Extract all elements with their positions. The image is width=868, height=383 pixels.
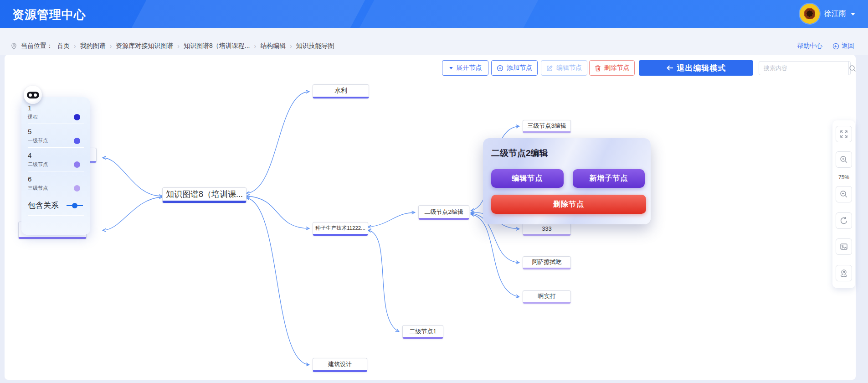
breadcrumb-item-skill-map[interactable]: 知识技能导图 xyxy=(296,42,334,50)
breadcrumb-separator: › xyxy=(110,42,112,50)
export-image-button[interactable] xyxy=(836,238,852,255)
popup-title: 二级节点2编辑 xyxy=(491,147,645,159)
zoom-in-icon xyxy=(840,155,848,164)
delete-node-button[interactable]: 删除节点 xyxy=(589,60,635,76)
add-node-label: 添加节点 xyxy=(507,64,532,72)
breadcrumb-actions: 帮助中心 返回 xyxy=(797,42,854,50)
legend-label: 二级节点 xyxy=(28,161,48,168)
mindmap-node-zhongzi[interactable]: 种子生产技术11222... xyxy=(313,222,368,236)
caret-down-icon xyxy=(449,66,453,70)
zoom-in-button[interactable] xyxy=(836,151,852,168)
avatar[interactable] xyxy=(800,4,820,24)
mindmap-node-level2-1[interactable]: 二级节点1 xyxy=(402,325,443,339)
circle-plus-icon xyxy=(497,65,503,72)
breadcrumb-separator: › xyxy=(254,42,256,50)
breadcrumb-prefix: 当前位置： xyxy=(21,42,53,50)
canvas-controls-panel: 75% xyxy=(832,120,855,288)
search-button[interactable] xyxy=(848,62,856,75)
breadcrumb-bar: 当前位置： 首页 › 我的图谱 › 资源库对接知识图谱 › 知识图谱8（培训课程… xyxy=(0,28,868,55)
add-node-button[interactable]: 添加节点 xyxy=(491,60,538,76)
popup-delete-node-button[interactable]: 删除节点 xyxy=(491,195,646,214)
exit-edit-mode-label: 退出编辑模式 xyxy=(677,63,726,73)
image-icon xyxy=(840,243,848,251)
mindmap-node-333[interactable]: 333 xyxy=(523,223,571,236)
mindmap-node-asa[interactable]: 阿萨擦拭吃 xyxy=(523,256,571,269)
app-header: 资源管理中心 徐江雨 xyxy=(0,0,868,28)
breadcrumb-separator: › xyxy=(177,42,180,50)
locate-button[interactable] xyxy=(836,265,852,281)
fullscreen-button[interactable] xyxy=(836,126,852,142)
legend-relation-row: 包含关系 xyxy=(28,200,84,216)
refresh-icon xyxy=(840,217,848,225)
breadcrumb-item-structure-edit[interactable]: 结构编辑 xyxy=(260,42,286,50)
legend-count: 5 xyxy=(28,127,84,136)
legend-dot xyxy=(74,138,80,144)
legend-panel: 1 课程 5 一级节点 4 二级节点 6 三级节点 xyxy=(21,97,90,235)
breadcrumb: 当前位置： 首页 › 我的图谱 › 资源库对接知识图谱 › 知识图谱8（培训课程… xyxy=(11,42,334,50)
zoom-out-icon xyxy=(840,190,848,198)
delete-node-label: 删除节点 xyxy=(604,64,630,72)
legend-count: 4 xyxy=(28,151,84,160)
legend-label: 一级节点 xyxy=(28,137,48,144)
edit-node-label: 编辑节点 xyxy=(556,64,582,72)
search-icon xyxy=(849,65,856,72)
mindmap-node-level2-2[interactable]: 二级节点2编辑 xyxy=(418,205,469,220)
breadcrumb-item-my-graphs[interactable]: 我的图谱 xyxy=(80,42,106,50)
breadcrumb-item-graph8[interactable]: 知识图谱8（培训课程... xyxy=(184,42,250,50)
reset-view-button[interactable] xyxy=(836,212,852,229)
breadcrumb-separator: › xyxy=(74,42,76,50)
breadcrumb-separator: › xyxy=(290,42,292,50)
location-icon xyxy=(11,43,17,50)
legend-row-level3: 6 三级节点 xyxy=(28,175,84,195)
mindmap-node-ashida[interactable]: 啊实打 xyxy=(523,290,571,304)
breadcrumb-item-repo[interactable]: 资源库对接知识图谱 xyxy=(116,42,173,50)
location-pin-icon xyxy=(840,269,848,277)
legend-row-level1: 5 一级节点 xyxy=(28,127,84,148)
app-title: 资源管理中心 xyxy=(12,7,86,23)
legend-count: 6 xyxy=(28,175,84,183)
node-context-popup: 二级节点2编辑 编辑节点 新增子节点 删除节点 xyxy=(483,138,651,224)
mindmap-node-level3-3[interactable]: 三级节点3编辑 xyxy=(523,120,571,133)
relation-line-icon xyxy=(67,203,83,208)
assistant-robot-icon[interactable] xyxy=(24,86,42,104)
mindmap-node-jianzhu[interactable]: 建筑设计 xyxy=(313,358,367,372)
help-center-link[interactable]: 帮助中心 xyxy=(797,42,822,50)
legend-label: 课程 xyxy=(28,114,38,120)
page: 资源管理中心 徐江雨 当前位置： 首页 › 我的图谱 › 资源库对接知识图谱 ›… xyxy=(0,0,868,383)
popup-add-child-button[interactable]: 新增子节点 xyxy=(573,169,645,188)
zoom-out-button[interactable] xyxy=(836,186,852,202)
zoom-level: 75% xyxy=(832,174,855,181)
mindmap-node-shuili[interactable]: 水利 xyxy=(313,84,369,98)
legend-relation-label: 包含关系 xyxy=(28,200,59,211)
exit-edit-mode-button[interactable]: 退出编辑模式 xyxy=(639,60,753,76)
edit-node-button[interactable]: 编辑节点 xyxy=(541,60,587,76)
search-input[interactable] xyxy=(759,65,848,72)
header-decor-stripe xyxy=(122,0,370,28)
legend-dot xyxy=(74,114,80,120)
legend-dot xyxy=(74,185,80,192)
arrow-left-icon xyxy=(666,65,674,71)
mindmap-node-root[interactable]: 知识图谱8（培训课... xyxy=(162,187,247,203)
edit-pencil-icon xyxy=(546,65,553,72)
user-menu[interactable]: 徐江雨 xyxy=(800,4,855,24)
legend-count: 1 xyxy=(28,104,84,112)
legend-dot xyxy=(74,161,80,168)
fullscreen-icon xyxy=(840,130,848,138)
breadcrumb-item-home[interactable]: 首页 xyxy=(57,42,70,50)
legend-row-level2: 4 二级节点 xyxy=(28,151,84,171)
help-center-label: 帮助中心 xyxy=(797,42,822,50)
search-box xyxy=(759,61,851,75)
trash-icon xyxy=(595,65,601,72)
chevron-down-icon xyxy=(851,13,855,16)
expand-node-button[interactable]: 展开节点 xyxy=(442,60,488,76)
popup-edit-node-button[interactable]: 编辑节点 xyxy=(491,169,564,188)
legend-label: 三级节点 xyxy=(28,185,48,192)
back-circle-arrow-icon xyxy=(832,43,839,50)
back-label: 返回 xyxy=(842,42,854,50)
user-name: 徐江雨 xyxy=(824,9,846,19)
expand-node-label: 展开节点 xyxy=(457,64,482,72)
legend-row-course: 1 课程 xyxy=(28,104,84,124)
header-decor-stripe xyxy=(350,0,543,28)
back-link[interactable]: 返回 xyxy=(832,42,854,50)
